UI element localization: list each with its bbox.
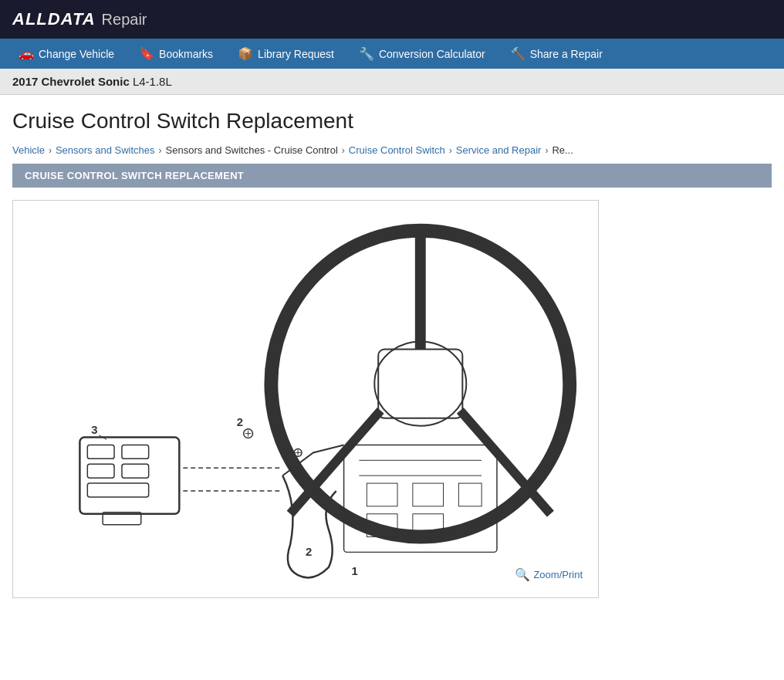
svg-text:2: 2: [237, 416, 243, 428]
page-title-area: Cruise Control Switch Replacement: [0, 95, 784, 140]
svg-point-1: [374, 342, 466, 426]
diagram-svg: 3 2 2 1: [22, 210, 589, 588]
breadcrumb-sep-3: ›: [342, 145, 345, 156]
svg-rect-21: [87, 483, 148, 497]
nav-share-repair[interactable]: 🔨 Share a Repair: [498, 39, 615, 69]
calculator-icon: 🔧: [359, 46, 374, 61]
svg-rect-9: [367, 483, 397, 506]
car-icon: 🚗: [19, 46, 34, 61]
breadcrumb: Vehicle › Sensors and Switches › Sensors…: [0, 140, 784, 164]
nav-bookmarks[interactable]: 🔖 Bookmarks: [127, 39, 225, 69]
svg-text:3: 3: [91, 424, 97, 436]
nav-change-vehicle-label: Change Vehicle: [39, 48, 114, 60]
breadcrumb-sep-2: ›: [159, 145, 162, 156]
svg-line-5: [460, 411, 550, 514]
breadcrumb-service-repair[interactable]: Service and Repair: [456, 144, 542, 156]
breadcrumb-sep-5: ›: [545, 145, 548, 156]
svg-text:1: 1: [352, 565, 358, 577]
share-icon: 🔨: [510, 46, 525, 61]
diagram-svg-area: 3 2 2 1 🔍 Zoom/Print: [22, 210, 589, 588]
page-title: Cruise Control Switch Replacement: [12, 109, 772, 134]
nav-calculator-label: Conversion Calculator: [379, 48, 485, 60]
library-icon: 📦: [238, 46, 253, 61]
svg-rect-19: [87, 464, 114, 478]
svg-rect-2: [378, 350, 462, 418]
section-header: CRUISE CONTROL SWITCH REPLACEMENT: [12, 164, 772, 188]
nav-library-label: Library Request: [258, 48, 334, 60]
svg-rect-10: [413, 483, 444, 506]
svg-rect-16: [79, 438, 179, 514]
nav-conversion-calculator[interactable]: 🔧 Conversion Calculator: [346, 39, 498, 69]
breadcrumb-vehicle[interactable]: Vehicle: [12, 144, 45, 156]
nav-library-request[interactable]: 📦 Library Request: [225, 39, 346, 69]
breadcrumb-re: Re...: [552, 144, 573, 156]
svg-text:2: 2: [306, 546, 312, 558]
zoom-print-button[interactable]: 🔍 Zoom/Print: [515, 567, 583, 582]
nav-share-label: Share a Repair: [530, 48, 603, 60]
zoom-icon: 🔍: [515, 567, 530, 582]
vehicle-engine: L4-1.8L: [130, 75, 172, 88]
diagram-container: 3 2 2 1 🔍 Zoom/Print: [12, 200, 599, 598]
nav-change-vehicle[interactable]: 🚗 Change Vehicle: [6, 39, 127, 69]
svg-rect-20: [122, 464, 149, 478]
brand-repair: Repair: [102, 11, 147, 29]
vehicle-name-bold: 2017 Chevrolet Sonic: [12, 75, 130, 88]
breadcrumb-sensors-switches[interactable]: Sensors and Switches: [56, 144, 155, 156]
svg-rect-11: [458, 483, 482, 506]
breadcrumb-sensors-cruise: Sensors and Switches - Cruise Control: [166, 144, 338, 156]
zoom-print-label: Zoom/Print: [533, 569, 583, 580]
svg-rect-18: [122, 445, 149, 459]
svg-rect-17: [87, 445, 114, 459]
breadcrumb-sep-1: ›: [49, 145, 52, 156]
nav-bookmarks-label: Bookmarks: [159, 48, 213, 60]
brand-alldata: ALLDATA: [12, 9, 96, 29]
breadcrumb-cruise-control-switch[interactable]: Cruise Control Switch: [349, 144, 445, 156]
breadcrumb-sep-4: ›: [449, 145, 452, 156]
main-navbar: 🚗 Change Vehicle 🔖 Bookmarks 📦 Library R…: [0, 39, 784, 69]
vehicle-bar: 2017 Chevrolet Sonic L4-1.8L: [0, 69, 784, 95]
app-header: ALLDATA Repair: [0, 0, 784, 39]
bookmark-icon: 🔖: [139, 46, 154, 61]
